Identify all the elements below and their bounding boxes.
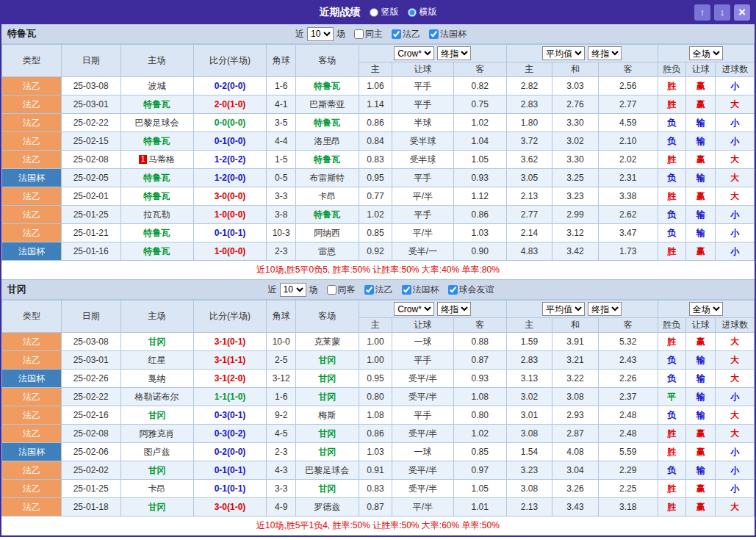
scroll-down-button[interactable]: ↓ bbox=[714, 4, 730, 21]
same-away-checkbox[interactable] bbox=[327, 285, 336, 295]
match-row: 法乙25-02-22巴黎足球会0-0(0-0)3-5特鲁瓦0.86半球1.021… bbox=[2, 114, 755, 132]
vertical-radio-input[interactable] bbox=[370, 8, 378, 17]
result-goals-cell: 小 bbox=[716, 461, 755, 480]
date-cell: 25-02-08 bbox=[61, 425, 120, 443]
euro-odds-source-select[interactable]: 平均值 bbox=[542, 302, 585, 316]
match-row: 法乙25-01-21特鲁瓦0-1(0-1)10-3阿纳西0.85平/半1.032… bbox=[2, 224, 755, 242]
home-team-cell: 戛纳 bbox=[120, 370, 193, 388]
euro-odds-source-select[interactable]: 平均值 bbox=[542, 46, 585, 60]
col-header-result-handicap: 让球 bbox=[686, 62, 716, 77]
corner-cell: 3-5 bbox=[267, 114, 295, 132]
corner-cell: 4-3 bbox=[267, 461, 295, 480]
result-goals-cell: 小 bbox=[716, 242, 755, 261]
result-goals-cell: 小 bbox=[716, 443, 755, 461]
filter-same-home[interactable]: 同主 bbox=[354, 28, 383, 40]
away-team-cell: 巴斯蒂亚 bbox=[295, 96, 359, 114]
league-type-cell: 法乙 bbox=[2, 480, 62, 498]
euro-home-odds-cell: 3.62 bbox=[506, 151, 552, 169]
euro-away-odds-cell: 2.56 bbox=[598, 77, 658, 96]
horizontal-radio-input[interactable] bbox=[408, 8, 417, 17]
result-wdl-cell: 负 bbox=[658, 406, 685, 425]
team-name: 图卢兹 bbox=[144, 447, 170, 457]
euro-away-odds-cell: 3.18 bbox=[598, 498, 658, 516]
titlebar: 近期战绩 竖版 横版 ↑ ↓ × bbox=[1, 0, 755, 24]
corner-cell: 4-9 bbox=[267, 498, 295, 516]
red-card-badge: 1 bbox=[139, 155, 147, 164]
filter-ligue2[interactable]: 法乙 bbox=[392, 28, 420, 40]
filter-ligue2[interactable]: 法乙 bbox=[364, 284, 393, 296]
league-type-cell: 法乙 bbox=[2, 498, 62, 516]
euro-draw-odds-cell: 3.25 bbox=[552, 169, 599, 187]
away-team-cell: 甘冈 bbox=[295, 443, 359, 461]
filter-coupe-de-france[interactable]: 法国杯 bbox=[402, 284, 439, 296]
recent-count-select[interactable]: 10 bbox=[307, 27, 334, 41]
score-cell: 1-2(0-2) bbox=[193, 151, 267, 169]
asia-away-odds-cell: 0.86 bbox=[453, 206, 506, 224]
corner-cell: 3-12 bbox=[267, 370, 295, 388]
recent-prefix-label: 近 bbox=[268, 284, 277, 296]
friendly-checkbox[interactable] bbox=[448, 285, 458, 295]
euro-home-odds-cell: 4.83 bbox=[506, 242, 552, 261]
layout-radio-horizontal[interactable]: 横版 bbox=[408, 6, 437, 18]
asia-odds-source-select[interactable]: Crow* bbox=[394, 46, 434, 60]
ligue2-checkbox[interactable] bbox=[392, 29, 401, 39]
corner-cell: 3-3 bbox=[267, 187, 295, 206]
euro-odds-stage-select[interactable]: 终指 bbox=[588, 302, 622, 316]
date-cell: 25-02-22 bbox=[61, 114, 120, 132]
coupe-checkbox[interactable] bbox=[402, 285, 411, 295]
handicap-cell: 受半球 bbox=[392, 132, 454, 151]
close-button[interactable]: × bbox=[734, 4, 750, 21]
same-home-checkbox[interactable] bbox=[354, 29, 364, 39]
asia-odds-source-select[interactable]: Crow* bbox=[394, 302, 434, 316]
team-section-1: 特鲁瓦 近 10 场 同主 法乙 法国杯 bbox=[1, 24, 755, 280]
euro-draw-odds-cell: 4.08 bbox=[552, 443, 599, 461]
euro-away-odds-cell: 2.48 bbox=[598, 425, 658, 443]
team-name: 特鲁瓦 bbox=[314, 154, 340, 165]
euro-home-odds-cell: 3.02 bbox=[506, 388, 552, 406]
result-handicap-cell: 赢 bbox=[686, 151, 716, 169]
team-name-heading: 特鲁瓦 bbox=[7, 28, 36, 39]
result-wdl-cell: 负 bbox=[658, 370, 685, 388]
asia-away-odds-cell: 0.85 bbox=[453, 443, 506, 461]
match-row: 法乙25-01-25拉瓦勒1-0(0-0)3-8特鲁瓦1.02平手0.862.7… bbox=[2, 206, 755, 224]
recent-suffix-label: 场 bbox=[336, 28, 345, 40]
coupe-checkbox[interactable] bbox=[429, 29, 439, 39]
scroll-up-button[interactable]: ↑ bbox=[694, 4, 710, 21]
away-team-cell: 雷恩 bbox=[295, 242, 359, 261]
date-cell: 25-01-16 bbox=[61, 242, 120, 261]
handicap-cell: 半球 bbox=[392, 114, 454, 132]
euro-away-odds-cell: 2.77 bbox=[598, 96, 658, 114]
team-name: 甘冈 bbox=[148, 410, 166, 420]
home-team-cell: 波城 bbox=[120, 77, 193, 96]
filter-same-away[interactable]: 同客 bbox=[327, 284, 356, 296]
match-scope-select[interactable]: 全场 bbox=[689, 46, 723, 60]
corner-cell: 10-3 bbox=[267, 224, 295, 242]
euro-draw-odds-cell: 3.23 bbox=[552, 187, 599, 206]
ligue2-checkbox[interactable] bbox=[364, 285, 374, 295]
euro-draw-odds-cell: 3.03 bbox=[552, 77, 599, 96]
checkbox-label: 同主 bbox=[365, 28, 383, 40]
corner-cell: 10-0 bbox=[267, 333, 295, 351]
away-team-cell: 布雷斯特 bbox=[295, 169, 359, 187]
filter-coupe-de-france[interactable]: 法国杯 bbox=[429, 28, 467, 40]
team-name: 洛里昂 bbox=[314, 136, 340, 146]
recent-count-select[interactable]: 10 bbox=[280, 283, 306, 297]
euro-home-odds-cell: 2.83 bbox=[506, 351, 552, 370]
col-header-corner: 角球 bbox=[267, 45, 295, 77]
filter-club-friendly[interactable]: 球会友谊 bbox=[448, 284, 494, 296]
match-scope-select[interactable]: 全场 bbox=[689, 302, 723, 316]
asia-odds-stage-select[interactable]: 终指 bbox=[437, 302, 471, 316]
handicap-cell: 受平/半 bbox=[392, 425, 454, 443]
score-cell: 0-0(0-0) bbox=[193, 114, 267, 132]
asia-home-odds-cell: 1.00 bbox=[359, 333, 392, 351]
euro-draw-odds-cell: 2.76 bbox=[552, 96, 599, 114]
corner-cell: 2-5 bbox=[267, 351, 295, 370]
date-cell: 25-03-08 bbox=[61, 77, 120, 96]
col-header-euro-draw: 和 bbox=[552, 318, 599, 333]
asia-odds-stage-select[interactable]: 终指 bbox=[437, 46, 471, 60]
layout-radio-vertical[interactable]: 竖版 bbox=[370, 6, 399, 18]
euro-draw-odds-cell: 3.22 bbox=[552, 370, 599, 388]
away-team-cell: 罗德兹 bbox=[295, 498, 359, 516]
team-name: 阿纳西 bbox=[314, 228, 340, 238]
euro-odds-stage-select[interactable]: 终指 bbox=[588, 46, 622, 60]
